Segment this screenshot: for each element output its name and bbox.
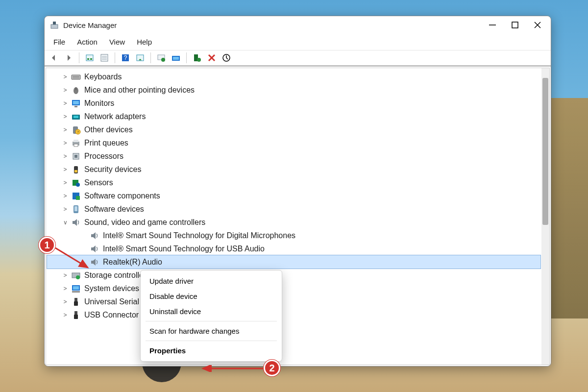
scan-button[interactable] [134, 51, 147, 64]
properties-button[interactable] [98, 51, 111, 64]
forward-button[interactable] [62, 51, 75, 64]
expander-icon[interactable]: > [62, 285, 69, 292]
tree-item-system[interactable]: >System devices [47, 282, 540, 295]
svg-text:?: ? [124, 54, 127, 61]
ctx-disable-device[interactable]: Disable device [141, 289, 282, 304]
tree-item-network[interactable]: >Network adapters [47, 110, 540, 123]
device-manager-window: Device Manager File Action View Help ? >… [44, 16, 551, 367]
tree-item-mouse[interactable]: >Mice and other pointing devices [47, 83, 540, 97]
tree-item-usb[interactable]: >Universal Serial Bus [47, 295, 540, 308]
svg-rect-31 [73, 101, 79, 104]
tree-item-sound-child-2[interactable]: Realtek(R) Audio [47, 255, 540, 269]
usbconn-icon [71, 310, 81, 320]
tree-item-swdev[interactable]: >Software devices [47, 202, 540, 216]
tree-item-sound-child-1[interactable]: Intel® Smart Sound Technology for USB Au… [47, 242, 540, 255]
maximize-button[interactable] [504, 16, 526, 34]
tree-item-storage[interactable]: >Storage controllers [47, 269, 540, 282]
titlebar[interactable]: Device Manager [45, 16, 551, 34]
svg-rect-7 [87, 58, 89, 60]
expander-icon[interactable]: > [62, 272, 69, 279]
svg-rect-39 [74, 140, 78, 142]
monitor-icon [71, 98, 81, 109]
ctx-uninstall-device[interactable]: Uninstall device [141, 304, 282, 319]
scrollbar-thumb[interactable] [542, 78, 548, 225]
tree-item-other[interactable]: >?Other devices [47, 123, 540, 136]
annotation-badge-2: 2 [264, 360, 280, 376]
svg-point-21 [197, 58, 201, 62]
tree-item-keyboard[interactable]: >Keyboards [47, 70, 540, 83]
speaker-icon [71, 217, 81, 228]
update-driver-button[interactable] [155, 51, 168, 64]
device-tree[interactable]: >Keyboards>Mice and other pointing devic… [46, 68, 541, 365]
scrollbar[interactable] [541, 68, 549, 365]
tree-item-swcomp[interactable]: >Software components [47, 189, 540, 202]
expander-icon[interactable] [80, 245, 87, 252]
tree-item-sound-child-0[interactable]: Intel® Smart Sound Technology for Digita… [47, 229, 540, 242]
back-button[interactable] [48, 51, 60, 64]
swcomp-icon [71, 191, 81, 201]
speaker-icon [89, 257, 100, 268]
annotation-badge-1: 1 [39, 237, 55, 253]
uninstall-device-button[interactable] [205, 51, 218, 64]
svg-rect-48 [76, 196, 80, 200]
expander-icon[interactable]: > [62, 166, 69, 173]
svg-text:?: ? [77, 130, 79, 134]
tree-item-security[interactable]: >Security devices [47, 163, 540, 176]
expander-icon[interactable]: > [62, 312, 69, 318]
expander-icon[interactable] [80, 232, 87, 239]
expander-icon[interactable]: > [62, 126, 69, 133]
enable-device-button[interactable] [191, 51, 203, 64]
help-button[interactable]: ? [119, 51, 132, 64]
expander-icon[interactable]: > [62, 100, 69, 107]
svg-rect-32 [74, 106, 77, 107]
other-icon: ? [71, 124, 81, 135]
menu-view[interactable]: View [104, 36, 130, 48]
svg-rect-42 [74, 155, 77, 158]
minimize-button[interactable] [481, 16, 504, 34]
mouse-icon [71, 85, 81, 96]
tree-item-sound[interactable]: ∨Sound, video and game controllers [47, 216, 540, 229]
scan-hardware-button[interactable] [170, 51, 182, 64]
printer-icon [71, 138, 81, 148]
tree-item-usbconn[interactable]: >USB Connector Man [47, 308, 540, 321]
tree-item-label: Print queues [84, 139, 128, 147]
storage-icon [71, 270, 81, 281]
svg-rect-56 [74, 298, 77, 301]
device-manager-icon [49, 20, 59, 30]
tree-item-sensor[interactable]: >Sensors [47, 176, 540, 189]
swdev-icon [71, 204, 81, 215]
expander-icon[interactable]: > [62, 193, 69, 199]
close-button[interactable] [526, 16, 549, 34]
expander-icon[interactable]: > [62, 298, 69, 305]
svg-rect-25 [72, 75, 80, 79]
tree-item-monitor[interactable]: >Monitors [47, 97, 540, 110]
ctx-properties[interactable]: Properties [141, 343, 282, 358]
tree-item-label: Other devices [84, 125, 133, 134]
tree-item-label: Monitors [84, 99, 114, 108]
tree-item-printer[interactable]: >Print queues [47, 136, 540, 149]
expander-icon[interactable] [80, 259, 87, 266]
show-hidden-button[interactable] [83, 51, 96, 64]
ctx-scan-hardware[interactable]: Scan for hardware changes [141, 323, 282, 339]
menu-help[interactable]: Help [132, 36, 157, 48]
expander-icon[interactable]: > [62, 140, 69, 147]
expander-icon[interactable]: > [62, 113, 69, 120]
expander-icon[interactable]: ∨ [62, 219, 69, 226]
disable-device-button[interactable] [220, 51, 233, 64]
menu-file[interactable]: File [49, 36, 70, 48]
menu-action[interactable]: Action [72, 36, 102, 48]
expander-icon[interactable]: > [62, 87, 69, 94]
expander-icon[interactable]: > [62, 179, 69, 186]
expander-icon[interactable]: > [62, 74, 69, 80]
svg-rect-58 [74, 311, 77, 315]
svg-point-52 [76, 275, 80, 279]
security-icon [71, 164, 81, 175]
tree-item-label: Software devices [84, 205, 144, 214]
tree-item-label: Security devices [84, 165, 142, 174]
ctx-update-driver[interactable]: Update driver [141, 273, 282, 289]
title-text: Device Manager [63, 21, 117, 29]
tree-item-cpu[interactable]: >Processors [47, 149, 540, 163]
svg-rect-57 [74, 301, 78, 306]
expander-icon[interactable]: > [62, 153, 69, 160]
expander-icon[interactable]: > [62, 206, 69, 213]
